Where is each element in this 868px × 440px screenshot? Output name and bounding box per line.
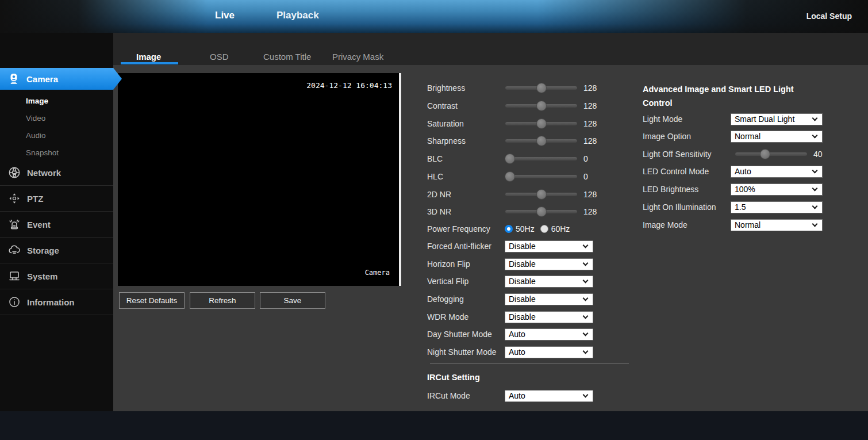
power-frequency-radio-group: 50Hz 60Hz [505,224,570,234]
image-mode-row: Image Mode Normal [643,219,823,231]
2d-nr-slider[interactable] [505,189,578,200]
blc-row: BLC 0 [427,152,588,165]
settings-tabbar: Image OSD Custom Title Privacy Mask [113,33,868,65]
light-off-sensitivity-slider[interactable] [735,149,808,159]
sidebar-item-snapshot[interactable]: Snapshot [0,144,113,162]
save-button[interactable]: Save [260,292,325,309]
section-divider [430,364,629,364]
sidebar-item-system[interactable]: System [0,263,113,289]
blc-slider[interactable] [505,154,578,164]
reset-defaults-button[interactable]: Reset Defaults [119,292,185,309]
led-control-mode-row: LED Control Mode Auto [643,165,823,178]
camera-web-ui: Live Playback Local Setup Camera Image V… [0,0,868,440]
radio-60hz[interactable] [540,225,548,233]
nav-playback[interactable]: Playback [276,10,319,21]
slider-thumb[interactable] [536,101,547,111]
3d-nr-slider[interactable] [505,206,578,217]
osd-camera-label: Camera [365,269,390,277]
sidebar-item-storage[interactable]: Storage [0,238,113,263]
sidebar-item-event[interactable]: Event [0,212,113,238]
horizon-flip-select[interactable]: Disable [505,258,593,270]
sidebar-item-camera[interactable]: Camera [0,68,122,90]
ircut-mode-select[interactable]: Auto [505,390,593,402]
day-shutter-mode-select[interactable]: Auto [505,328,593,340]
advanced-heading: Advanced Image and Smart LED Light Contr… [643,82,804,110]
sidebar-item-video[interactable]: Video [0,110,113,127]
day-shutter-mode-row: Day Shutter Mode Auto [427,328,593,340]
sidebar: Camera Image Video Audio Snapshot Networ… [0,33,113,411]
defogging-select[interactable]: Disable [505,293,593,305]
tab-privacy-mask[interactable]: Privacy Mask [332,52,383,62]
light-on-illumination-row: Light On Illumination 1.5 [643,201,823,213]
refresh-button[interactable]: Refresh [190,292,255,309]
slider-thumb[interactable] [536,118,547,129]
hlc-slider[interactable] [505,171,578,182]
info-icon [7,296,22,308]
led-control-mode-select[interactable]: Auto [731,166,823,178]
slider-thumb[interactable] [505,154,515,164]
contrast-value: 128 [583,101,597,110]
nr2d-row: 2D NR 128 [427,188,597,201]
brightness-slider[interactable] [505,83,578,93]
storage-cloud-icon [7,243,22,257]
ircut-mode-row: IRCut Mode Auto [427,389,593,402]
image-option-row: Image Option Normal [643,130,823,143]
sidebar-item-network[interactable]: Network [0,160,113,186]
2d-nr-value: 128 [583,190,597,199]
sidebar-item-image[interactable]: Image [0,93,113,110]
nav-live[interactable]: Live [215,10,235,21]
forced-anti-flicker-select[interactable]: Disable [505,240,593,252]
slider-thumb[interactable] [536,206,547,217]
video-preview[interactable]: 2024-12-12 16:04:13 Camera [118,73,401,286]
nr3d-row: 3D NR 128 [427,205,597,218]
light-off-sensitivity-value: 40 [813,150,823,159]
image-mode-select[interactable]: Normal [731,219,823,231]
wdr-mode-select[interactable]: Disable [505,311,593,323]
power-frequency-row: Power Frequency 50Hz 60Hz [427,223,570,235]
sidebar-camera-label: Camera [26,74,58,84]
slider-thumb[interactable] [505,171,515,182]
system-monitor-icon [7,269,22,283]
light-on-illumination-select[interactable]: 1.5 [731,201,823,213]
slider-thumb[interactable] [536,136,547,146]
sidebar-main-menu: Network PTZ [0,160,113,315]
tab-image[interactable]: Image [136,52,161,62]
brightness-row: Brightness 128 [427,82,597,94]
wdr-mode-row: WDR Mode Disable [427,311,593,323]
image-settings-panel: 2024-12-12 16:04:13 Camera Reset Default… [113,65,868,411]
vertical-flip-select[interactable]: Disable [505,276,593,288]
saturation-value: 128 [583,119,597,128]
sidebar-item-ptz[interactable]: PTZ [0,186,113,212]
slider-thumb[interactable] [760,149,770,159]
sidebar-item-audio[interactable]: Audio [0,127,113,144]
sharpness-value: 128 [583,136,597,146]
night-shutter-mode-select[interactable]: Auto [505,346,593,358]
ptz-icon [7,192,22,205]
3d-nr-value: 128 [583,207,597,216]
tab-custom-title[interactable]: Custom Title [263,52,311,62]
sharpness-row: Sharpness 128 [427,135,597,147]
brightness-value: 128 [583,83,597,93]
saturation-slider[interactable] [505,118,578,129]
network-icon [7,166,22,179]
vertical-flip-row: Vertical Flip Disable [427,275,593,288]
horizon-flip-row: Horizon Flip Disable [427,258,593,270]
active-tab-underline [121,62,178,64]
light-mode-row: Light Mode Smart Dual Light [643,113,823,125]
led-brightness-row: LED Brightness 100% [643,183,823,196]
contrast-slider[interactable] [505,101,578,111]
camera-icon [7,72,20,85]
slider-thumb[interactable] [536,189,547,200]
image-option-select[interactable]: Normal [731,131,823,143]
slider-thumb[interactable] [536,83,547,93]
nav-local-setup[interactable]: Local Setup [806,12,852,21]
forced-anti-flicker-row: Forced Anti-flicker Disable [427,240,593,252]
sidebar-item-information[interactable]: Information [0,289,113,315]
tab-osd[interactable]: OSD [210,52,229,62]
sharpness-slider[interactable] [505,136,578,146]
radio-50hz[interactable] [505,225,513,233]
event-alarm-icon [7,217,22,231]
osd-timestamp: 2024-12-12 16:04:13 [306,81,392,90]
light-mode-select[interactable]: Smart Dual Light [731,113,823,125]
led-brightness-select[interactable]: 100% [731,183,823,196]
